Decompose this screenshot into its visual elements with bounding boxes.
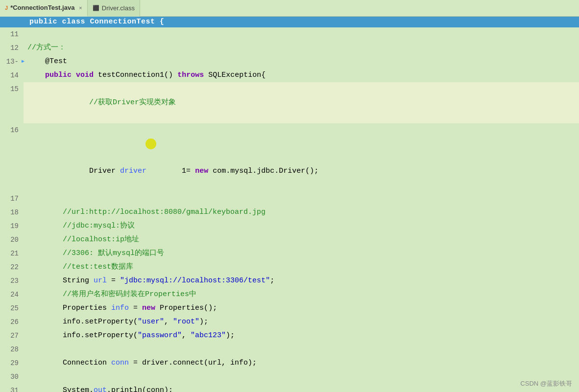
line-content-28 <box>24 343 579 356</box>
line-number-20: 20 <box>0 233 24 247</box>
code-line-11: 11 <box>0 27 579 41</box>
line-content-23: String url = "jdbc:mysql://localhost:330… <box>24 274 579 288</box>
line-content-13: @Test <box>24 55 579 69</box>
line-number-30: 30 <box>0 370 24 384</box>
line-number-22: 22 <box>0 260 24 274</box>
code-line-31: 31 System.out.println(conn); <box>0 384 579 392</box>
line-content-20: //localhost:ip地址 <box>24 233 579 247</box>
tab-bar: J *ConnectionTest.java × ⬛ Driver.class <box>0 0 579 17</box>
line-content-21: //3306: 默认mysql的端口号 <box>24 247 579 260</box>
watermark: CSDN @蓝影铁哥 <box>520 379 572 388</box>
code-line-27: 27 info.setProperty("password", "abc123"… <box>0 329 579 343</box>
code-line-15: 15 //获取Driver实现类对象 <box>0 82 579 123</box>
line-number-16: 16 <box>0 123 24 192</box>
top-partial-line: public class ConnectionTest { <box>0 17 579 27</box>
line-content-16: Driver driver 1= new com.mysql.jdbc.Driv… <box>24 123 579 192</box>
line-number-28: 28 <box>0 343 24 356</box>
code-line-16: 16 Driver driver 1= new com.mysql.jdbc.D… <box>0 123 579 192</box>
line-number-14: 14 <box>0 69 24 82</box>
line-number-24: 24 <box>0 288 24 301</box>
line-content-14: public void testConnection1() throws SQL… <box>24 69 579 82</box>
tab-close-connection-test[interactable]: × <box>79 5 82 11</box>
code-line-30: 30 <box>0 370 579 384</box>
line-content-19: //jdbc:mysql:协议 <box>24 219 579 233</box>
tab-connection-test[interactable]: J *ConnectionTest.java × <box>0 0 88 17</box>
code-line-28: 28 <box>0 343 579 356</box>
line-content-17 <box>24 192 579 206</box>
code-line-13: 13- @Test <box>0 55 579 69</box>
line-content-22: //test:test数据库 <box>24 260 579 274</box>
code-line-21: 21 //3306: 默认mysql的端口号 <box>0 247 579 260</box>
tab-label-connection-test: *ConnectionTest.java <box>10 4 74 11</box>
line-number-15: 15 <box>0 82 24 123</box>
tab-label-driver-class: Driver.class <box>102 4 135 12</box>
class-icon: ⬛ <box>93 5 99 11</box>
line-number-12: 12 <box>0 41 24 55</box>
line-content-25: Properties info = new Properties(); <box>24 301 579 315</box>
line-content-15: //获取Driver实现类对象 <box>24 82 579 123</box>
line-content-31: System.out.println(conn); <box>24 384 579 392</box>
code-line-26: 26 info.setProperty("user", "root"); <box>0 315 579 329</box>
line-number-17: 17 <box>0 192 24 206</box>
line-number-25: 25 <box>0 301 24 315</box>
tab-driver-class[interactable]: ⬛ Driver.class <box>88 0 140 17</box>
code-line-20: 20 //localhost:ip地址 <box>0 233 579 247</box>
code-line-24: 24 //将用户名和密码封装在Properties中 <box>0 288 579 301</box>
code-line-14: 14 public void testConnection1() throws … <box>0 69 579 82</box>
line-content-18: //url:http://localhost:8080/gmall/keyboa… <box>24 206 579 219</box>
code-area: public class ConnectionTest { 11 12 //方式… <box>0 17 579 392</box>
line-content-26: info.setProperty("user", "root"); <box>24 315 579 329</box>
line-number-18: 18 <box>0 206 24 219</box>
line-number-11: 11 <box>0 27 24 41</box>
line-content-24: //将用户名和密码封装在Properties中 <box>24 288 579 301</box>
code-line-17: 17 <box>0 192 579 206</box>
line-number-29: 29 <box>0 356 24 370</box>
line-number-19: 19 <box>0 219 24 233</box>
code-line-22: 22 //test:test数据库 <box>0 260 579 274</box>
code-line-19: 19 //jdbc:mysql:协议 <box>0 219 579 233</box>
line-content-27: info.setProperty("password", "abc123"); <box>24 329 579 343</box>
line-number-31: 31 <box>0 384 24 392</box>
code-line-12: 12 //方式一： <box>0 41 579 55</box>
code-line-23: 23 String url = "jdbc:mysql://localhost:… <box>0 274 579 288</box>
line-content-30 <box>24 370 579 384</box>
code-line-29: 29 Connection conn = driver.connect(url,… <box>0 356 579 370</box>
java-icon: J <box>5 5 8 11</box>
line-content-29: Connection conn = driver.connect(url, in… <box>24 356 579 370</box>
code-line-25: 25 Properties info = new Properties(); <box>0 301 579 315</box>
line-content-12: //方式一： <box>24 41 579 55</box>
line-number-23: 23 <box>0 274 24 288</box>
line-number-13: 13- <box>0 55 24 69</box>
line-number-26: 26 <box>0 315 24 329</box>
line-number-27: 27 <box>0 329 24 343</box>
line-content-11 <box>24 27 579 41</box>
code-line-18: 18 //url:http://localhost:8080/gmall/key… <box>0 206 579 219</box>
line-number-21: 21 <box>0 247 24 260</box>
